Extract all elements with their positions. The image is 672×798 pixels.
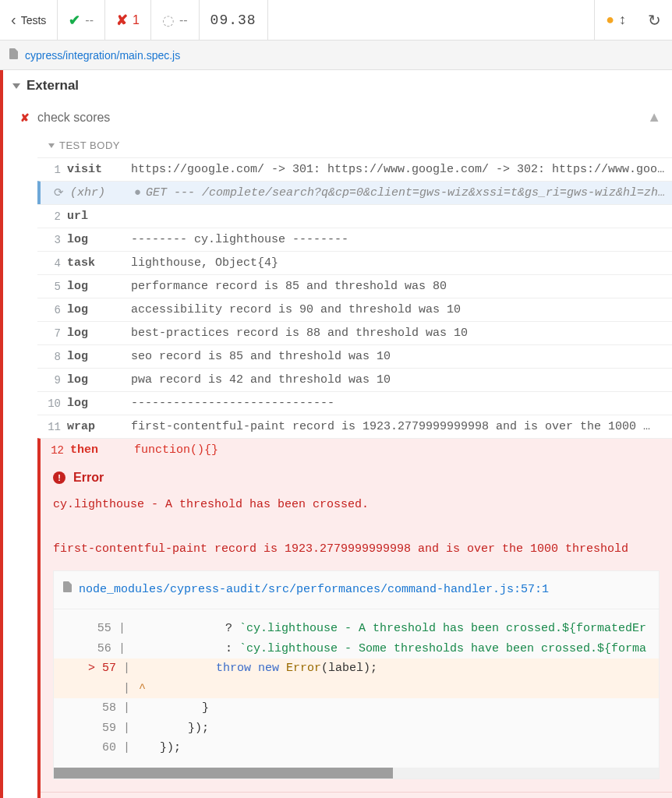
command-name: log bbox=[67, 303, 131, 316]
file-path-link[interactable]: cypress/integration/main.spec.js bbox=[25, 49, 180, 62]
command-row[interactable]: 9logpwa record is 42 and threshold was 1… bbox=[37, 368, 672, 391]
code-path-link[interactable]: node_modules/cypress-audit/src/performan… bbox=[79, 579, 549, 602]
code-frame-path: node_modules/cypress-audit/src/performan… bbox=[54, 571, 659, 610]
scrollbar-thumb[interactable] bbox=[54, 768, 393, 779]
command-name: log bbox=[67, 350, 131, 363]
suite-title: External bbox=[27, 78, 79, 94]
command-name: then bbox=[70, 443, 134, 457]
error-footer: View stack trace Print to console bbox=[41, 792, 672, 799]
command-row[interactable]: 6logaccessibility record is 90 and thres… bbox=[37, 298, 672, 321]
command-number: 11 bbox=[44, 421, 61, 433]
command-name: task bbox=[67, 256, 131, 270]
command-name: log bbox=[67, 397, 131, 410]
code-line: 58 | } bbox=[54, 698, 659, 719]
command-message: pwa record is 42 and threshold was 10 bbox=[131, 373, 666, 387]
suite-header[interactable]: External bbox=[0, 70, 672, 101]
resize-icon: ↕ bbox=[619, 12, 626, 28]
command-row[interactable]: 1visithttps://google.com/ -> 301: https:… bbox=[37, 157, 672, 181]
command-log: 1visithttps://google.com/ -> 301: https:… bbox=[0, 157, 672, 461]
error-header: ! Error bbox=[41, 461, 672, 494]
command-number: 4 bbox=[44, 257, 61, 270]
command-number: 3 bbox=[44, 234, 61, 246]
command-name: log bbox=[67, 373, 131, 387]
timer-value: 09.38 bbox=[210, 12, 256, 28]
command-name: visit bbox=[67, 163, 131, 176]
back-button[interactable]: ‹ Tests bbox=[0, 0, 58, 40]
command-number: 2 bbox=[44, 210, 61, 223]
command-message: first-contentful-paint record is 1923.27… bbox=[131, 420, 666, 433]
pending-indicator[interactable]: ◌ -- bbox=[151, 0, 200, 40]
fail-count: 1 bbox=[133, 13, 140, 27]
pending-count: -- bbox=[179, 13, 188, 27]
command-row[interactable]: ⟳(xhr)●GET --- /complete/search?q&cp=0&c… bbox=[37, 181, 672, 204]
command-message: performance record is 85 and threshold w… bbox=[131, 280, 666, 293]
code-line: 60 | }); bbox=[54, 738, 659, 758]
command-name: wrap bbox=[67, 420, 131, 433]
command-number: 1 bbox=[44, 164, 61, 176]
command-message: -------- cy.lighthouse -------- bbox=[131, 233, 666, 246]
test-body-label: TEST BODY bbox=[59, 139, 120, 151]
spinner-icon: ⟳ bbox=[47, 185, 64, 200]
x-icon: ✘ bbox=[116, 12, 128, 29]
code-line: 55 | ? `cy.lighthouse - A threshold has … bbox=[54, 619, 659, 639]
command-message: https://google.com/ -> 301: https://www.… bbox=[131, 163, 666, 176]
test-name: check scores bbox=[37, 111, 110, 125]
command-row[interactable]: 8logseo record is 85 and threshold was 1… bbox=[37, 344, 672, 368]
code-line: 59 | }); bbox=[54, 719, 659, 739]
command-name: log bbox=[67, 280, 131, 293]
file-icon bbox=[9, 48, 19, 62]
command-message: ----------------------------- bbox=[131, 397, 666, 410]
file-path-bar: cypress/integration/main.spec.js bbox=[0, 41, 672, 70]
reload-icon: ↻ bbox=[648, 11, 661, 30]
fail-indicator[interactable]: ✘ 1 bbox=[105, 0, 151, 40]
pass-count: -- bbox=[85, 13, 94, 27]
command-row[interactable]: 3log-------- cy.lighthouse -------- bbox=[37, 228, 672, 251]
test-fail-icon: ✘ bbox=[20, 111, 30, 124]
horizontal-scrollbar[interactable] bbox=[54, 768, 659, 779]
command-number: 5 bbox=[44, 281, 61, 293]
toolbar-spacer bbox=[268, 0, 596, 40]
command-message: seo record is 85 and threshold was 10 bbox=[131, 350, 666, 363]
error-title: Error bbox=[73, 471, 104, 485]
test-body-header[interactable]: TEST BODY bbox=[0, 133, 672, 157]
pass-indicator[interactable]: ✔ -- bbox=[58, 0, 105, 40]
command-number: 8 bbox=[44, 351, 61, 363]
command-row[interactable]: 4tasklighthouse, Object{4} bbox=[37, 251, 672, 274]
warning-icon[interactable]: ▲ bbox=[647, 109, 661, 125]
timer-display: 09.38 bbox=[200, 0, 268, 40]
viewport-controls[interactable]: ● ↕ bbox=[595, 0, 637, 40]
status-dot-icon: ● bbox=[606, 12, 614, 28]
error-message-1: cy.lighthouse - A threshold has been cro… bbox=[53, 494, 660, 517]
command-row[interactable]: 2url bbox=[37, 204, 672, 228]
command-name: url bbox=[67, 210, 131, 223]
command-message: lighthouse, Object{4} bbox=[131, 256, 666, 270]
reload-button[interactable]: ↻ bbox=[637, 0, 672, 40]
command-row[interactable]: 10log----------------------------- bbox=[37, 391, 672, 415]
command-name: log bbox=[67, 327, 131, 340]
error-message-2: first-contentful-paint record is 1923.27… bbox=[53, 538, 660, 561]
command-row[interactable]: 7logbest-practices record is 88 and thre… bbox=[37, 321, 672, 344]
command-number: 10 bbox=[44, 397, 61, 410]
error-body: cy.lighthouse - A threshold has been cro… bbox=[41, 494, 672, 792]
command-row[interactable]: 11wrapfirst-contentful-paint record is 1… bbox=[37, 415, 672, 438]
command-row[interactable]: 5logperformance record is 85 and thresho… bbox=[37, 274, 672, 298]
command-message: accessibility record is 90 and threshold… bbox=[131, 303, 666, 316]
code-line: > 57 | throw new Error(label); bbox=[54, 659, 659, 679]
command-message: function(){} bbox=[134, 443, 666, 457]
top-toolbar: ‹ Tests ✔ -- ✘ 1 ◌ -- 09.38 ● ↕ ↻ bbox=[0, 0, 672, 41]
command-row[interactable]: 12thenfunction(){} bbox=[37, 438, 672, 461]
code-line: 56 | : `cy.lighthouse - Some thresholds … bbox=[54, 639, 659, 659]
code-frame: node_modules/cypress-audit/src/performan… bbox=[53, 570, 660, 779]
code-line: | ^ bbox=[54, 679, 659, 699]
command-number: 12 bbox=[47, 444, 64, 457]
error-wrapper: ! Error cy.lighthouse - A threshold has … bbox=[0, 461, 672, 798]
command-number: 9 bbox=[44, 374, 61, 387]
caret-down-icon bbox=[48, 143, 55, 148]
back-label: Tests bbox=[21, 14, 47, 26]
error-panel: ! Error cy.lighthouse - A threshold has … bbox=[37, 461, 672, 798]
command-number: 6 bbox=[44, 304, 61, 316]
error-icon: ! bbox=[53, 471, 65, 484]
command-number: 7 bbox=[44, 327, 61, 340]
test-row[interactable]: ✘ check scores ▲ bbox=[0, 101, 672, 133]
command-name: (xhr) bbox=[70, 186, 134, 200]
